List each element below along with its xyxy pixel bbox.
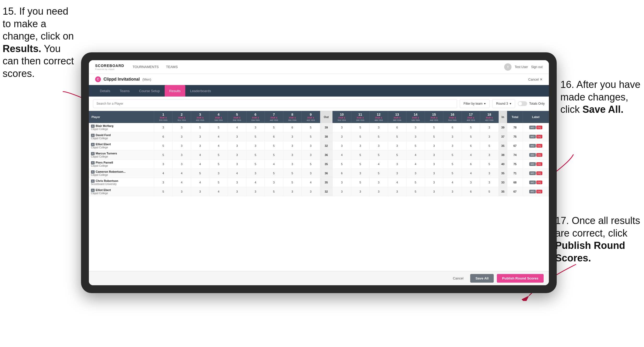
score-in-5-4[interactable]: 3 — [406, 169, 425, 178]
score-out-6-5[interactable]: 4 — [246, 178, 265, 187]
score-in-4-3[interactable]: 3 — [388, 160, 406, 169]
score-out-4-4[interactable]: 3 — [228, 160, 246, 169]
score-in-3-3[interactable]: 5 — [388, 150, 406, 160]
dq-btn-2[interactable]: DQ — [536, 144, 543, 148]
score-in-0-0[interactable]: 3 — [332, 123, 351, 132]
score-out-1-8[interactable]: 5 — [302, 132, 320, 141]
score-out-3-8[interactable]: 3 — [302, 150, 320, 160]
score-out-4-2[interactable]: 4 — [191, 160, 209, 169]
score-out-7-4[interactable]: 3 — [228, 187, 246, 196]
score-out-4-6[interactable]: 4 — [265, 160, 283, 169]
score-in-1-1[interactable]: 5 — [351, 132, 370, 141]
dq-btn-4[interactable]: DQ — [536, 162, 543, 166]
save-all-btn[interactable]: Save All — [470, 274, 494, 283]
score-in-7-4[interactable]: 5 — [406, 187, 425, 196]
score-out-7-8[interactable]: 3 — [302, 187, 320, 196]
score-out-1-0[interactable]: 6 — [154, 132, 172, 141]
score-out-1-3[interactable]: 4 — [209, 132, 228, 141]
score-out-3-1[interactable]: 3 — [172, 150, 191, 160]
score-out-6-4[interactable]: 3 — [228, 178, 246, 187]
score-in-2-3[interactable]: 3 — [388, 141, 406, 150]
score-in-6-3[interactable]: 4 — [388, 178, 406, 187]
search-input[interactable] — [93, 99, 457, 108]
score-out-3-6[interactable]: 5 — [265, 150, 283, 160]
score-out-4-0[interactable]: 3 — [154, 160, 172, 169]
score-in-1-4[interactable]: 3 — [406, 132, 425, 141]
score-out-7-3[interactable]: 4 — [209, 187, 228, 196]
dq-btn-7[interactable]: DQ — [536, 190, 543, 193]
score-out-3-4[interactable]: 3 — [228, 150, 246, 160]
score-in-5-0[interactable]: 6 — [332, 169, 351, 178]
score-out-7-1[interactable]: 3 — [172, 187, 191, 196]
score-out-2-3[interactable]: 4 — [209, 141, 228, 150]
score-in-1-0[interactable]: 3 — [332, 132, 351, 141]
score-out-1-6[interactable]: 6 — [265, 132, 283, 141]
score-in-1-7[interactable]: 5 — [462, 132, 480, 141]
score-in-1-6[interactable]: 3 — [443, 132, 462, 141]
score-out-0-7[interactable]: 6 — [283, 123, 302, 132]
tab-details[interactable]: Details — [95, 85, 115, 97]
score-in-7-8[interactable]: 5 — [480, 187, 499, 196]
score-in-5-8[interactable]: 3 — [480, 169, 499, 178]
score-out-6-7[interactable]: 5 — [283, 178, 302, 187]
wd-btn-6[interactable]: WD — [529, 181, 536, 184]
score-in-3-8[interactable]: 3 — [480, 150, 499, 160]
score-out-7-6[interactable]: 5 — [265, 187, 283, 196]
score-in-7-5[interactable]: 3 — [425, 187, 443, 196]
score-in-3-1[interactable]: 5 — [351, 150, 370, 160]
score-out-1-7[interactable]: 3 — [283, 132, 302, 141]
score-in-3-2[interactable]: 5 — [370, 150, 388, 160]
tab-teams[interactable]: Teams — [115, 85, 134, 97]
score-out-6-8[interactable]: 4 — [302, 178, 320, 187]
tab-results[interactable]: Results — [165, 85, 185, 97]
score-in-5-1[interactable]: 3 — [351, 169, 370, 178]
score-in-7-7[interactable]: 6 — [462, 187, 480, 196]
score-out-0-4[interactable]: 4 — [228, 123, 246, 132]
score-in-0-4[interactable]: 3 — [406, 123, 425, 132]
score-out-7-2[interactable]: 3 — [191, 187, 209, 196]
cancel-action-btn[interactable]: Cancel — [449, 274, 467, 282]
score-out-3-5[interactable]: 5 — [246, 150, 265, 160]
wd-btn-4[interactable]: WD — [529, 162, 536, 166]
score-out-2-4[interactable]: 3 — [228, 141, 246, 150]
score-in-1-2[interactable]: 5 — [370, 132, 388, 141]
score-in-7-2[interactable]: 3 — [370, 187, 388, 196]
score-out-1-4[interactable]: 3 — [228, 132, 246, 141]
score-in-6-1[interactable]: 5 — [351, 178, 370, 187]
score-in-6-7[interactable]: 3 — [462, 178, 480, 187]
score-out-2-5[interactable]: 3 — [246, 141, 265, 150]
score-out-4-7[interactable]: 3 — [283, 160, 302, 169]
wd-btn-1[interactable]: WD — [529, 135, 536, 138]
wd-btn-5[interactable]: WD — [529, 171, 536, 175]
score-out-5-7[interactable]: 5 — [283, 169, 302, 178]
score-out-2-2[interactable]: 3 — [191, 141, 209, 150]
dq-btn-6[interactable]: DQ — [536, 181, 543, 184]
tab-course-setup[interactable]: Course Setup — [134, 85, 165, 97]
score-out-2-0[interactable]: 5 — [154, 141, 172, 150]
score-in-2-2[interactable]: 3 — [370, 141, 388, 150]
score-out-2-8[interactable]: 3 — [302, 141, 320, 150]
score-in-2-7[interactable]: 6 — [462, 141, 480, 150]
nav-tournaments[interactable]: TOURNAMENTS — [133, 64, 159, 70]
score-in-5-3[interactable]: 3 — [388, 169, 406, 178]
score-out-5-6[interactable]: 5 — [265, 169, 283, 178]
score-in-0-1[interactable]: 5 — [351, 123, 370, 132]
score-out-3-0[interactable]: 5 — [154, 150, 172, 160]
wd-btn-3[interactable]: WD — [529, 153, 536, 157]
nav-teams[interactable]: TEAMS — [166, 64, 178, 70]
score-out-6-3[interactable]: 5 — [209, 178, 228, 187]
score-in-0-2[interactable]: 3 — [370, 123, 388, 132]
score-in-0-8[interactable]: 3 — [480, 123, 499, 132]
wd-btn-0[interactable]: WD — [529, 126, 536, 129]
score-in-3-6[interactable]: 5 — [443, 150, 462, 160]
score-out-1-1[interactable]: 3 — [172, 132, 191, 141]
score-out-0-1[interactable]: 3 — [172, 123, 191, 132]
score-in-7-6[interactable]: 3 — [443, 187, 462, 196]
score-out-0-5[interactable]: 3 — [246, 123, 265, 132]
score-in-7-0[interactable]: 3 — [332, 187, 351, 196]
score-out-5-2[interactable]: 5 — [191, 169, 209, 178]
score-in-5-2[interactable]: 5 — [370, 169, 388, 178]
score-in-0-6[interactable]: 6 — [443, 123, 462, 132]
score-out-5-0[interactable]: 4 — [154, 169, 172, 178]
score-in-2-4[interactable]: 5 — [406, 141, 425, 150]
